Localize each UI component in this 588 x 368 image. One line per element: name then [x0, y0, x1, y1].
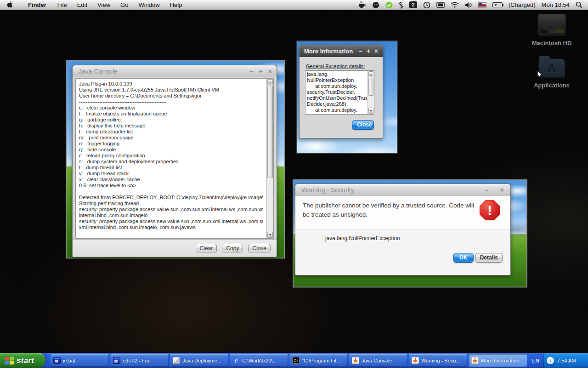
- copy-button[interactable]: Copy: [222, 244, 243, 253]
- window-title: Warning - Security: [301, 186, 354, 194]
- scroll-up-icon[interactable]: ▲: [368, 71, 373, 77]
- ok-button[interactable]: OK: [453, 253, 474, 263]
- maximize-icon[interactable]: +: [259, 68, 263, 75]
- taskbar-item-cmd[interactable]: C:\ "C:\Program Fil...: [289, 354, 348, 367]
- taskbar-item-java-deployment[interactable]: Java Deployme...: [170, 354, 228, 367]
- menu-finder[interactable]: Finder: [22, 0, 52, 10]
- desktop-icon-applications[interactable]: A Applications: [526, 58, 577, 89]
- xp-taskbar: start ie.bat edit ll2 - Far Java Deploym…: [0, 353, 588, 368]
- exception-stack-text: java.lang. NullPointerException at com.s…: [307, 71, 367, 114]
- console-line: t: dump thread list: [79, 165, 263, 171]
- stack-line: Decider.java:268): [307, 101, 367, 107]
- warning-title-bar[interactable]: Warning - Security – ×: [295, 184, 510, 196]
- close-icon[interactable]: ×: [268, 68, 272, 75]
- taskbar-item-more-information[interactable]: More Information: [469, 354, 527, 367]
- console-line: Using JRE version 1.7.0-ea-b255 Java Hot…: [79, 87, 263, 93]
- close-icon[interactable]: ×: [374, 47, 378, 55]
- time-machine-icon[interactable]: [423, 1, 430, 9]
- bluetooth-icon[interactable]: [399, 1, 403, 9]
- xp-viewport-java-console: Java Console – + × Java Plug-in 10.0.0.1…: [66, 60, 285, 259]
- more-information-title-bar[interactable]: More Information – + ×: [300, 45, 383, 57]
- wifi-icon[interactable]: [451, 2, 459, 8]
- console-line: ----------------------------------------…: [79, 99, 263, 105]
- stack-line: notifyOnUserDeclined(Trust: [307, 95, 367, 101]
- taskbar-item-ie-window[interactable]: e C:\Work\fx20\...: [230, 354, 288, 367]
- scroll-down-icon[interactable]: ▼: [368, 108, 373, 114]
- taskbar-item-label: ie.bat: [63, 358, 75, 363]
- console-line: Starting perf tracing thread: [79, 201, 263, 207]
- taskbar-item-ie-bat[interactable]: ie.bat: [51, 354, 109, 367]
- start-label: start: [17, 356, 34, 365]
- xp-viewport-more-information: More Information – + × General Exception…: [296, 40, 398, 154]
- minimize-icon[interactable]: –: [250, 68, 254, 75]
- volume-icon[interactable]: [465, 2, 472, 8]
- spotlight-icon[interactable]: [576, 1, 582, 8]
- tray-chevron-icon[interactable]: ‹: [547, 357, 554, 364]
- menu-edit[interactable]: Edit: [72, 0, 92, 10]
- java-cup-icon: [412, 357, 419, 364]
- start-button[interactable]: start: [0, 353, 45, 368]
- menu-help[interactable]: Help: [165, 0, 187, 10]
- minimize-icon[interactable]: –: [485, 186, 488, 194]
- console-line: l: dump classloader list: [79, 129, 263, 135]
- console-line: c: clear console window: [79, 105, 263, 111]
- maximize-icon[interactable]: +: [367, 47, 370, 55]
- cmd-prompt-icon: C:\: [292, 357, 300, 364]
- macos-menu-bar: Finder File Edit View Go Window Help 2: [0, 0, 588, 10]
- desktop-icon-macintosh-hd[interactable]: Macintosh HD: [526, 14, 577, 46]
- console-line: Java Plug-in 10.0.0.199: [79, 81, 263, 87]
- applications-folder-icon: A: [538, 58, 565, 78]
- battery-icon[interactable]: [492, 2, 503, 7]
- apple-menu-icon[interactable]: [0, 1, 22, 9]
- minimize-icon[interactable]: –: [359, 47, 362, 55]
- java-cup-icon: [352, 357, 359, 364]
- stack-line: java.lang.: [307, 71, 367, 77]
- console-line: q: hide console: [79, 147, 263, 153]
- console-line: internal.bind.,com.sun.imageio.: [79, 213, 263, 218]
- menu-file[interactable]: File: [52, 0, 72, 10]
- displays-icon[interactable]: [436, 2, 445, 8]
- close-button[interactable]: Close: [248, 244, 271, 253]
- exception-details-textarea[interactable]: java.lang. NullPointerException at com.s…: [305, 70, 374, 115]
- close-icon[interactable]: ×: [500, 186, 504, 194]
- green-check-menu-icon[interactable]: [385, 1, 393, 9]
- close-button[interactable]: Close: [352, 120, 374, 130]
- taskbar-item-java-console[interactable]: Java Console: [349, 354, 407, 367]
- taskbar-buttons: ie.bat edit ll2 - Far Java Deployme... e…: [51, 354, 527, 367]
- taskbar-item-label: More Information: [481, 358, 519, 363]
- taskbar-item-warning-security[interactable]: Warning - Secu...: [409, 354, 467, 367]
- console-scrollbar[interactable]: ▲ ▼: [266, 79, 273, 238]
- taskbar-item-label: Warning - Secu...: [421, 358, 460, 363]
- java-console-title-bar[interactable]: Java Console – + ×: [73, 65, 277, 77]
- console-line: security: property package.access value …: [79, 207, 263, 213]
- scroll-up-icon[interactable]: ▲: [267, 79, 273, 85]
- exception-details-label: General Exception details:: [306, 63, 365, 69]
- taskbar-item-far[interactable]: edit ll2 - Far: [110, 354, 169, 367]
- details-button[interactable]: Details: [475, 253, 503, 263]
- language-indicator[interactable]: EN: [528, 353, 543, 368]
- details-scrollbar[interactable]: ▲ ▼: [368, 71, 374, 114]
- menu-view[interactable]: View: [92, 0, 115, 10]
- console-text: Java Plug-in 10.0.0.199 Using JRE versio…: [79, 81, 263, 238]
- console-output-area[interactable]: Java Plug-in 10.0.0.199 Using JRE versio…: [75, 78, 274, 239]
- coffee-menu-icon[interactable]: [358, 1, 366, 8]
- scrollbar-thumb[interactable]: [267, 86, 273, 178]
- spaces-icon[interactable]: 2: [409, 1, 417, 8]
- cube-icon: [173, 357, 180, 364]
- input-language-flag-icon[interactable]: [478, 2, 486, 8]
- menu-window[interactable]: Window: [133, 0, 164, 10]
- round-app-menu-icon[interactable]: [372, 1, 379, 9]
- window-controls: – + ×: [250, 68, 272, 75]
- console-line: User home directory = C:\Documents and S…: [79, 93, 263, 99]
- stack-line: security.TrustDecider.: [307, 113, 367, 114]
- console-line: m: print memory usage: [79, 135, 263, 141]
- windows-logo-icon: [5, 356, 14, 365]
- taskbar-item-label: C:\Work\fx20\...: [242, 358, 277, 363]
- scrollbar-thumb[interactable]: [368, 78, 373, 96]
- internet-explorer-icon: e: [232, 357, 240, 364]
- menu-bar-clock[interactable]: Mon 18:54: [542, 1, 570, 8]
- console-line: h: display this help message: [79, 123, 263, 129]
- scroll-down-icon[interactable]: ▼: [267, 232, 273, 238]
- clear-button[interactable]: Clear: [196, 244, 217, 253]
- menu-go[interactable]: Go: [115, 0, 133, 10]
